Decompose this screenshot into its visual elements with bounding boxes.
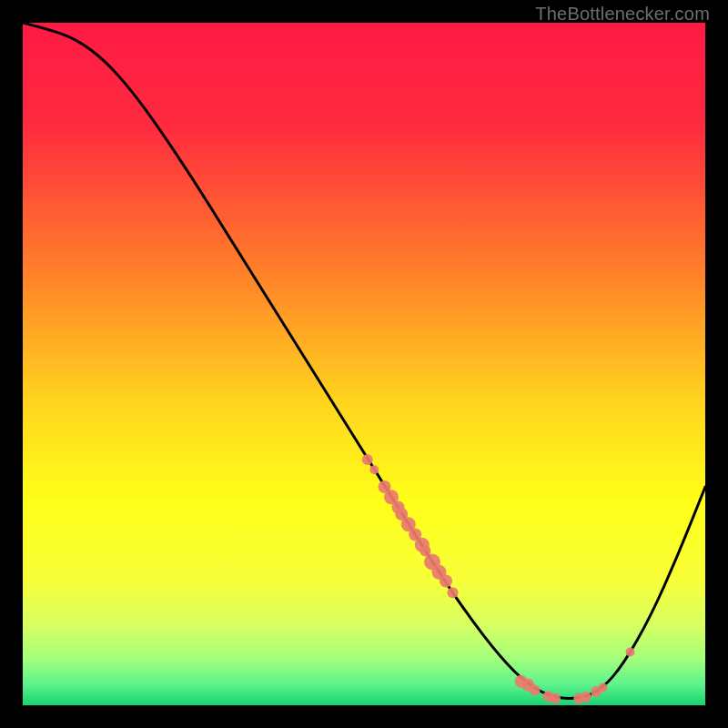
plot-area (23, 23, 705, 705)
data-marker (440, 575, 452, 588)
data-marker (448, 587, 459, 598)
data-marker (599, 683, 608, 693)
data-marker (550, 693, 561, 704)
attribution-label: TheBottlenecker.com (535, 4, 710, 25)
data-marker (530, 685, 541, 696)
data-marker (369, 465, 379, 474)
data-marker (362, 454, 373, 465)
chart-container: TheBottlenecker.com (0, 0, 728, 728)
gradient-background (23, 23, 705, 705)
data-marker (581, 692, 592, 703)
data-marker (626, 648, 635, 657)
chart-svg (23, 23, 705, 705)
